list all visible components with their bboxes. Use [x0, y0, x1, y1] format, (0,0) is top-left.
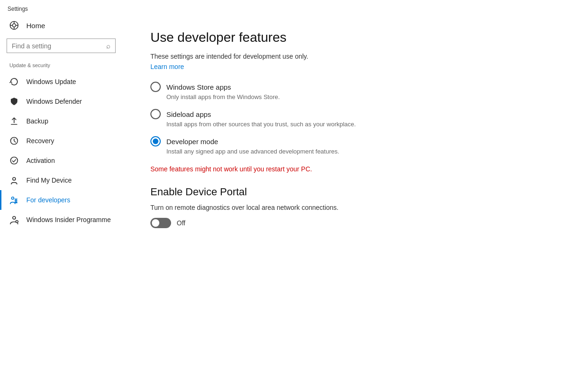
activation-label: Activation	[26, 157, 55, 164]
device-portal-desc: Turn on remote diagnostics over local ar…	[150, 204, 536, 211]
find-icon	[9, 176, 19, 185]
sidebar: Home ⌕ Update & security Windows Update	[0, 16, 122, 392]
shield-icon	[9, 97, 19, 106]
radio-option-windows-store[interactable]: Windows Store apps Only install apps fro…	[150, 82, 536, 100]
radio-developer-mode-label: Developer mode	[166, 138, 218, 146]
update-icon	[9, 77, 19, 86]
find-my-device-label: Find My Device	[26, 177, 71, 184]
svg-point-1	[13, 24, 16, 27]
sidebar-item-for-developers[interactable]: For developers	[0, 190, 122, 210]
svg-point-9	[11, 157, 18, 164]
search-box[interactable]: ⌕	[7, 38, 116, 53]
radio-developer-mode-desc: Install any signed app and use advanced …	[166, 148, 536, 155]
device-portal-title: Enable Device Portal	[150, 186, 536, 198]
sidebar-item-recovery[interactable]: Recovery	[0, 131, 122, 151]
svg-point-10	[13, 177, 16, 180]
radio-sideload-label: Sideload apps	[166, 110, 211, 118]
recovery-label: Recovery	[26, 137, 54, 145]
recovery-icon	[9, 136, 19, 146]
device-portal-toggle-row: Off	[150, 218, 536, 228]
windows-update-label: Windows Update	[26, 78, 76, 85]
for-developers-label: For developers	[26, 196, 70, 204]
sidebar-item-windows-insider[interactable]: + Windows Insider Programme	[0, 210, 122, 230]
learn-more-link[interactable]: Learn more	[150, 63, 184, 70]
sidebar-item-find-my-device[interactable]: Find My Device	[0, 170, 122, 190]
insider-icon: +	[9, 215, 19, 224]
radio-option-developer-mode[interactable]: Developer mode Install any signed app an…	[150, 136, 536, 155]
backup-icon	[9, 116, 19, 126]
dev-icon	[9, 195, 19, 205]
section-label: Update & security	[0, 61, 122, 72]
radio-option-sideload[interactable]: Sideload apps Install apps from other so…	[150, 109, 536, 128]
page-title: Use developer features	[150, 30, 536, 45]
radio-inner-dot	[153, 138, 158, 144]
radio-sideload-desc: Install apps from other sources that you…	[166, 121, 536, 128]
toggle-label: Off	[177, 219, 185, 227]
sidebar-item-home[interactable]: Home	[0, 16, 122, 35]
svg-point-11	[12, 197, 14, 200]
toggle-thumb	[152, 219, 159, 227]
radio-windows-store-desc: Only install apps from the Windows Store…	[166, 93, 536, 100]
home-icon	[9, 21, 19, 30]
radio-developer-mode[interactable]	[150, 136, 161, 146]
windows-insider-label: Windows Insider Programme	[26, 216, 111, 223]
app-title: Settings	[0, 0, 564, 16]
backup-label: Backup	[26, 117, 48, 125]
description-text: These settings are intended for developm…	[150, 53, 536, 60]
sidebar-item-activation[interactable]: Activation	[0, 151, 122, 170]
sidebar-item-windows-update[interactable]: Windows Update	[0, 72, 122, 92]
home-label: Home	[26, 22, 45, 30]
windows-defender-label: Windows Defender	[26, 98, 82, 105]
search-icon: ⌕	[106, 42, 110, 50]
svg-point-17	[13, 216, 16, 219]
radio-group: Windows Store apps Only install apps fro…	[150, 82, 536, 163]
sidebar-item-windows-defender[interactable]: Windows Defender	[0, 92, 122, 111]
search-input[interactable]	[12, 42, 102, 50]
restart-warning: Some features might not work until you r…	[150, 165, 536, 173]
device-portal-toggle[interactable]	[150, 218, 171, 228]
sidebar-item-backup[interactable]: Backup	[0, 111, 122, 131]
main-content: Use developer features These settings ar…	[122, 16, 564, 392]
radio-windows-store-label: Windows Store apps	[166, 83, 231, 91]
activation-icon	[9, 156, 19, 165]
radio-sideload[interactable]	[150, 109, 161, 119]
radio-windows-store[interactable]	[150, 82, 161, 92]
